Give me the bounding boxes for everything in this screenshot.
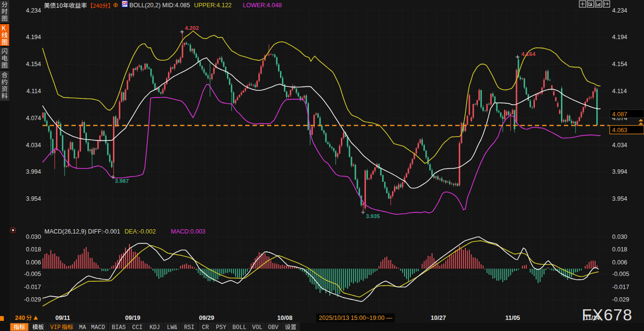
svg-text:4.154: 4.154 — [612, 61, 627, 68]
svg-text:3.987: 3.987 — [115, 178, 129, 184]
svg-text:MA: MA — [79, 324, 86, 331]
svg-text:4.114: 4.114 — [612, 88, 627, 95]
svg-text:-0.029: -0.029 — [612, 296, 629, 303]
svg-text:CCI: CCI — [132, 324, 143, 331]
svg-text:KDJ: KDJ — [150, 324, 160, 331]
svg-text:3.954: 3.954 — [26, 195, 41, 202]
svg-text:BOLL(20,2) MID:4.085: BOLL(20,2) MID:4.085 — [129, 2, 190, 9]
svg-text:4.034: 4.034 — [26, 142, 41, 149]
svg-text:4.154: 4.154 — [26, 61, 41, 68]
svg-text:PSY: PSY — [216, 324, 226, 331]
svg-text:4.087: 4.087 — [612, 111, 627, 118]
svg-text:LW&: LW& — [167, 324, 178, 331]
svg-text:DEA:-0.002: DEA:-0.002 — [125, 228, 156, 235]
svg-text:4.164: 4.164 — [521, 51, 535, 57]
svg-text:09/29: 09/29 — [199, 315, 214, 321]
svg-text:0.030: 0.030 — [26, 234, 41, 240]
svg-text:MACD: MACD — [91, 324, 105, 331]
svg-text:4.202: 4.202 — [185, 25, 199, 31]
svg-text:2025/10/13 15:00~19:00 —: 2025/10/13 15:00~19:00 — — [319, 315, 392, 321]
svg-text:BOLL: BOLL — [233, 324, 247, 331]
svg-text:-0.017: -0.017 — [612, 284, 629, 290]
svg-text:4.194: 4.194 — [612, 34, 627, 41]
svg-text:UPPER:4.122: UPPER:4.122 — [194, 2, 232, 9]
svg-text:0.006: 0.006 — [26, 259, 41, 266]
svg-text:240: 240 — [15, 315, 25, 321]
svg-text:09/19: 09/19 — [125, 315, 140, 321]
svg-text:10/27: 10/27 — [431, 315, 446, 321]
svg-text:4.114: 4.114 — [27, 88, 41, 95]
svg-text:MACD:0.003: MACD:0.003 — [171, 228, 206, 235]
svg-text:10/08: 10/08 — [277, 315, 292, 321]
svg-text:0.018: 0.018 — [26, 246, 41, 253]
svg-text:-0.029: -0.029 — [24, 296, 41, 303]
svg-text:11/05: 11/05 — [505, 315, 520, 321]
svg-text:3.994: 3.994 — [612, 168, 627, 175]
svg-text:-0.005: -0.005 — [24, 271, 41, 277]
svg-text:CR: CR — [202, 324, 209, 331]
svg-text:3.935: 3.935 — [366, 213, 380, 219]
svg-text:4.194: 4.194 — [26, 34, 41, 41]
svg-text:3.954: 3.954 — [612, 195, 627, 202]
svg-text:OBV: OBV — [268, 324, 279, 331]
svg-text:4.234: 4.234 — [612, 7, 627, 14]
svg-text:VIP: VIP — [50, 324, 61, 331]
svg-text:09/11: 09/11 — [56, 315, 70, 321]
svg-text:4.034: 4.034 — [612, 142, 627, 149]
svg-text:RSI: RSI — [184, 324, 195, 331]
svg-text:FX678: FX678 — [582, 305, 632, 324]
svg-text:BIAS: BIAS — [112, 324, 126, 331]
svg-text:-0.017: -0.017 — [24, 284, 41, 290]
svg-text:MACD(26,12,9) DIFF:-0.001: MACD(26,12,9) DIFF:-0.001 — [44, 228, 120, 235]
svg-text:4.063: 4.063 — [612, 127, 627, 134]
svg-text:4.234: 4.234 — [26, 7, 41, 14]
svg-text:4.074: 4.074 — [26, 115, 41, 122]
svg-text:0.030: 0.030 — [612, 234, 627, 240]
svg-text:0.018: 0.018 — [612, 246, 627, 253]
svg-text:3.994: 3.994 — [26, 168, 41, 175]
svg-text:-0.005: -0.005 — [612, 271, 629, 277]
svg-text:VOL: VOL — [252, 324, 263, 331]
svg-text:LOWER:4.048: LOWER:4.048 — [243, 2, 282, 9]
svg-text:0.006: 0.006 — [612, 259, 627, 266]
